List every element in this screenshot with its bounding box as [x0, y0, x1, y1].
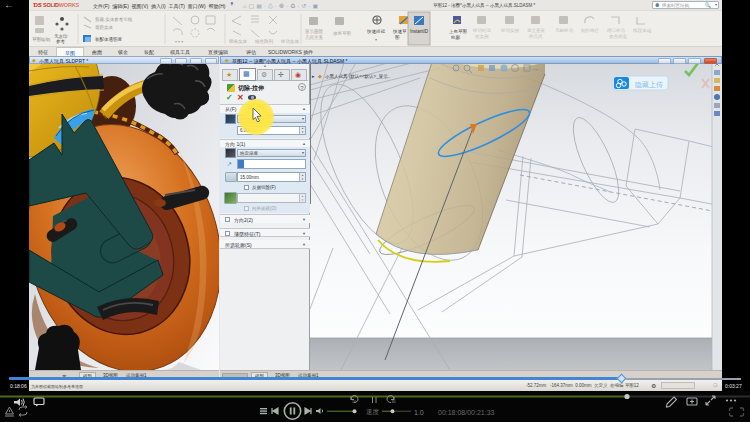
svg-text:槽口移动: 槽口移动 [606, 28, 626, 33]
svg-text:快速草: 快速草 [392, 29, 407, 34]
svg-text:镜像实体: 镜像实体 [228, 38, 248, 44]
svg-text:无解移动: 无解移动 [555, 28, 574, 33]
svg-text:修复草图: 修复草图 [333, 31, 351, 36]
svg-text:移动实例: 移动实例 [500, 28, 520, 34]
svg-text:隐藏上传: 隐藏上传 [635, 81, 663, 89]
svg-text:移动实体: 移动实体 [280, 39, 300, 44]
svg-text:10: 10 [352, 400, 356, 404]
svg-text:◆: ◆ [318, 73, 322, 79]
svg-text:显示册除: 显示册除 [304, 28, 324, 35]
svg-text:图: 图 [395, 35, 400, 40]
svg-text:几何关系: 几何关系 [305, 34, 324, 41]
svg-text:的几何: 的几何 [529, 33, 543, 39]
svg-text:00:18:08/00:21:33: 00:18:08/00:21:33 [438, 409, 495, 416]
svg-text:等距实体: 等距实体 [95, 25, 114, 30]
svg-text:移动时没: 移动时没 [472, 27, 492, 33]
svg-text:上色草图: 上色草图 [449, 29, 467, 34]
svg-text:线性阵列: 线性阵列 [255, 38, 274, 44]
svg-text:草图绘制: 草图绘制 [32, 37, 51, 42]
svg-text:轮廓: 轮廓 [451, 35, 461, 40]
svg-text:30: 30 [392, 400, 396, 404]
svg-text:有实例: 有实例 [475, 34, 489, 40]
svg-text:▾ ▾ ▾: ▾ ▾ ▾ [175, 39, 183, 44]
svg-text:小黑人玩具 (默认<<默认>_显示..: 小黑人玩具 (默认<<默认>_显示.. [325, 73, 390, 80]
svg-text:▾ ▾: ▾ ▾ [533, 67, 538, 72]
svg-text:InstantID: InstantID [410, 29, 429, 34]
svg-text:制作路径: 制作路径 [581, 28, 600, 33]
svg-text:孤立更改: 孤立更改 [527, 27, 546, 33]
svg-text:▾: ▾ [375, 37, 377, 42]
svg-text:速度: 速度 [366, 408, 380, 416]
svg-text:参考: 参考 [56, 39, 66, 44]
svg-text:套合样条: 套合样条 [609, 34, 628, 39]
svg-text:线段体端: 线段体端 [633, 28, 652, 33]
svg-text:1.0: 1.0 [414, 409, 424, 416]
svg-text:剪裁.实体参考引线: 剪裁.实体参考引线 [95, 17, 133, 23]
svg-text:装配体透明度: 装配体透明度 [95, 36, 123, 42]
svg-text:快速捕捉: 快速捕捉 [366, 29, 386, 34]
